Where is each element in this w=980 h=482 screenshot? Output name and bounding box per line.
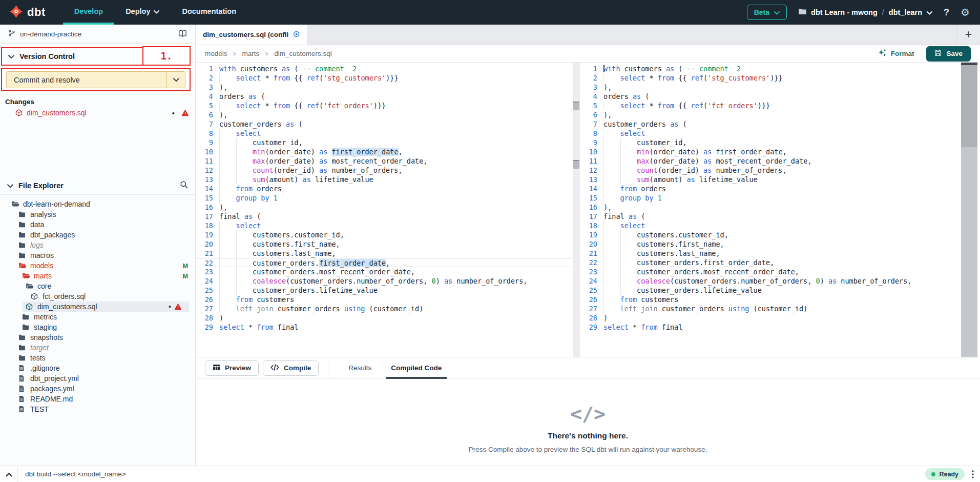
tree-item-core[interactable]: core xyxy=(0,281,195,291)
format-button[interactable]: Format xyxy=(878,49,914,59)
tree-item-metrics[interactable]: metrics xyxy=(0,312,195,322)
code-line-27[interactable]: 27left join customer_orders using (custo… xyxy=(580,304,957,313)
tree-item-macros[interactable]: macros xyxy=(0,250,195,260)
code-line-9[interactable]: 9customer_id, xyxy=(196,138,573,147)
file-explorer-section[interactable]: File Explorer xyxy=(0,176,195,195)
code-line-20[interactable]: 20customers.first_name, xyxy=(580,239,957,249)
code-line-4[interactable]: 4orders as ( xyxy=(580,92,957,101)
code-line-1[interactable]: 1with customers as ( -- comment 2 xyxy=(580,64,957,73)
tree-item-analysis[interactable]: analysis xyxy=(0,209,195,219)
tree-item-snapshots[interactable]: snapshots xyxy=(0,332,195,343)
code-line-18[interactable]: 18select xyxy=(580,221,957,230)
code-line-13[interactable]: 13sum(amount) as lifetime_value xyxy=(580,175,957,184)
code-line-24[interactable]: 24coalesce(customer_orders.number_of_ord… xyxy=(196,276,573,286)
tree-item-target[interactable]: target xyxy=(0,343,195,353)
code-line-8[interactable]: 8select xyxy=(196,129,573,138)
code-line-6[interactable]: 6), xyxy=(196,110,573,119)
code-line-22[interactable]: 22customer_orders.first_order_date, xyxy=(580,258,957,267)
code-line-29[interactable]: 29select * from final xyxy=(580,323,957,332)
right-pane-scrollbar[interactable] xyxy=(961,63,977,357)
dbt-logo[interactable]: dbt xyxy=(0,0,51,25)
tree-item-marts[interactable]: martsM xyxy=(0,271,195,281)
editor-tab-dim-customers[interactable]: dim_customers.sql (confli... xyxy=(196,25,307,45)
code-line-29[interactable]: 29select * from final xyxy=(196,323,573,332)
tree-item-tests[interactable]: tests xyxy=(0,353,195,363)
code-line-27[interactable]: 27left join customer_orders using (custo… xyxy=(196,304,573,313)
unsaved-indicator-icon[interactable] xyxy=(293,31,300,39)
code-line-2[interactable]: 2select * from {{ ref('stg_customers')}} xyxy=(196,73,573,83)
tree-item-data[interactable]: data xyxy=(0,219,195,230)
kebab-menu-icon[interactable] xyxy=(972,470,974,478)
code-line-13[interactable]: 13sum(amount) as lifetime_value xyxy=(196,175,573,184)
code-line-10[interactable]: 10min(order_date) as first_order_date, xyxy=(196,147,573,156)
code-line-14[interactable]: 14from orders xyxy=(196,184,573,193)
command-input[interactable] xyxy=(18,470,925,478)
nav-tab-develop[interactable]: Develop xyxy=(63,0,114,25)
search-icon[interactable] xyxy=(180,180,188,191)
compile-button[interactable]: Compile xyxy=(263,360,319,376)
code-line-23[interactable]: 23customer_orders.most_recent_order_date… xyxy=(580,267,957,276)
code-line-19[interactable]: 19customers.customer_id, xyxy=(196,230,573,239)
code-line-16[interactable]: 16), xyxy=(580,203,957,212)
new-tab-button[interactable]: + xyxy=(956,25,980,45)
code-line-8[interactable]: 8select xyxy=(580,129,957,138)
code-line-21[interactable]: 21customers.last_name, xyxy=(580,249,957,258)
tree-item-dbt-learn-on-demand[interactable]: dbt-learn-on-demand xyxy=(0,199,195,209)
commit-dropdown-toggle[interactable] xyxy=(166,72,185,88)
code-line-21[interactable]: 21customers.last_name, xyxy=(196,249,573,258)
account-breadcrumb[interactable]: dbt Learn - mwong / dbt_learn xyxy=(798,8,932,16)
tree-item-.gitignore[interactable]: .gitignore xyxy=(0,363,195,373)
code-line-7[interactable]: 7customer_orders as ( xyxy=(196,119,573,129)
branch-row[interactable]: on-demand-practice xyxy=(0,25,195,44)
preview-button[interactable]: Preview xyxy=(205,360,259,376)
tree-item-packages.yml[interactable]: packages.yml xyxy=(0,384,195,394)
code-line-2[interactable]: 2select * from {{ ref('stg_customers')}} xyxy=(580,73,957,83)
tree-item-dbt_project.yml[interactable]: dbt_project.yml xyxy=(0,373,195,384)
code-line-9[interactable]: 9customer_id, xyxy=(580,138,957,147)
code-line-26[interactable]: 26from customers xyxy=(196,295,573,304)
results-tab[interactable]: Results xyxy=(346,357,373,379)
breadcrumb-marts[interactable]: marts xyxy=(242,50,260,57)
beta-dropdown[interactable]: Beta xyxy=(747,5,787,20)
left-pane-scrollbar[interactable] xyxy=(573,63,580,357)
code-line-17[interactable]: 17final as ( xyxy=(196,212,573,221)
code-line-12[interactable]: 12count(order_id) as number_of_orders, xyxy=(196,166,573,175)
code-line-5[interactable]: 5select * from {{ ref('fct_orders')}} xyxy=(196,101,573,110)
code-line-16[interactable]: 16), xyxy=(196,203,573,212)
code-line-26[interactable]: 26from customers xyxy=(580,295,957,304)
nav-tab-deploy[interactable]: Deploy xyxy=(114,0,171,25)
code-line-17[interactable]: 17final as ( xyxy=(580,212,957,221)
code-line-1[interactable]: 1with customers as ( -- comment 2 xyxy=(196,64,573,73)
code-line-18[interactable]: 18select xyxy=(196,221,573,230)
code-line-28[interactable]: 28) xyxy=(196,313,573,323)
expand-command-panel-button[interactable] xyxy=(0,470,17,479)
tree-item-README.md[interactable]: README.md xyxy=(0,394,195,404)
tree-item-dbt_packages[interactable]: dbt_packages xyxy=(0,230,195,240)
nav-tab-documentation[interactable]: Documentation xyxy=(171,0,247,25)
gear-icon[interactable]: ⚙ xyxy=(961,7,970,17)
code-line-20[interactable]: 20customers.first_name, xyxy=(196,239,573,249)
code-line-4[interactable]: 4orders as ( xyxy=(196,92,573,101)
code-line-25[interactable]: 25customer_orders.lifetime_value xyxy=(196,286,573,295)
code-line-3[interactable]: 3), xyxy=(580,83,957,92)
code-line-6[interactable]: 6), xyxy=(580,110,957,119)
code-line-7[interactable]: 7customer_orders as ( xyxy=(580,119,957,129)
editor-pane-right[interactable]: 1with customers as ( -- comment 22select… xyxy=(580,63,957,357)
code-line-11[interactable]: 11max(order_date) as most_recent_order_d… xyxy=(580,156,957,166)
tree-item-fct_orders.sql[interactable]: fct_orders.sql xyxy=(0,291,195,302)
code-line-22[interactable]: 22customer_orders.first_order_date, xyxy=(196,258,573,267)
compiled-code-tab[interactable]: Compiled Code xyxy=(389,357,444,379)
code-line-11[interactable]: 11max(order_date) as most_recent_order_d… xyxy=(196,156,573,166)
commit-and-resolve-button[interactable]: Commit and resolve xyxy=(6,71,185,88)
tree-item-logs[interactable]: logs xyxy=(0,240,195,250)
code-line-24[interactable]: 24coalesce(customer_orders.number_of_ord… xyxy=(580,276,957,286)
tree-item-staging[interactable]: staging xyxy=(0,322,195,332)
save-button[interactable]: Save xyxy=(926,46,971,62)
code-line-25[interactable]: 25customer_orders.lifetime_value xyxy=(580,286,957,295)
editor-pane-left[interactable]: 1with customers as ( -- comment 22select… xyxy=(196,63,573,357)
tree-item-TEST[interactable]: TEST xyxy=(0,404,195,414)
code-line-19[interactable]: 19customers.customer_id, xyxy=(580,230,957,239)
code-line-15[interactable]: 15group by 1 xyxy=(196,193,573,203)
code-line-23[interactable]: 23customer_orders.most_recent_order_date… xyxy=(196,267,573,276)
code-line-14[interactable]: 14from orders xyxy=(580,184,957,193)
